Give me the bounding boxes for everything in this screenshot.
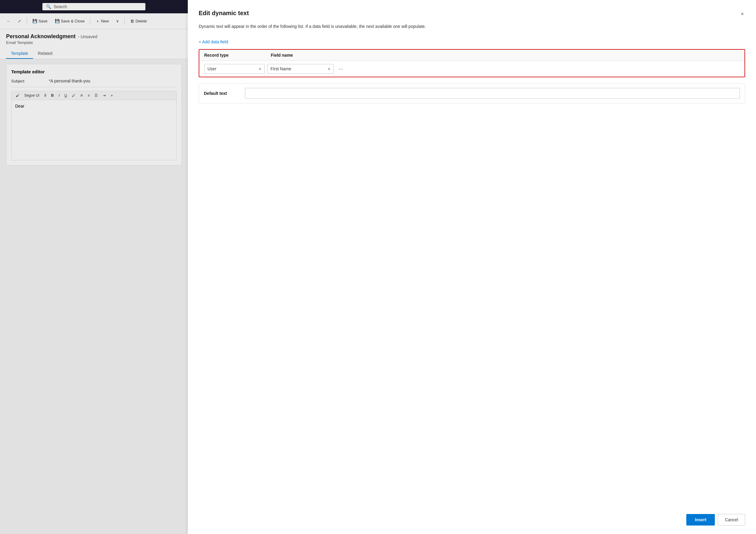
editor-body: Dear	[15, 104, 24, 108]
data-field-row: User ∨ First Name ∨ ···	[199, 61, 744, 77]
modal-title: Edit dynamic text	[199, 10, 249, 17]
delete-button: 🗑 Delete	[127, 17, 150, 25]
default-text-input[interactable]	[245, 88, 740, 99]
record-type-value: User	[207, 66, 217, 71]
paint-icon: 🖌	[14, 93, 21, 98]
editor-title: Template editor	[11, 69, 176, 74]
default-text-label: Default text	[204, 91, 240, 96]
modal-header: Edit dynamic text ×	[199, 10, 745, 18]
list-icon: ☰	[93, 93, 100, 98]
field-name-dropdown[interactable]: First Name ∨	[267, 64, 334, 74]
indent-icon: ⇥	[101, 93, 108, 98]
field-name-value: First Name	[270, 66, 291, 71]
page-status: - Unsaved	[78, 34, 97, 39]
required-star: *	[49, 78, 50, 83]
search-text: Search	[54, 4, 67, 9]
modal-description: Dynamic text will appear in the order of…	[199, 23, 745, 30]
dropdown-button: ∨	[113, 17, 122, 25]
content-area: Template editor Subject * A personal tha…	[0, 59, 188, 534]
modal-footer: Insert Cancel	[199, 507, 745, 525]
font-family: Segoe UI	[22, 93, 41, 98]
close-button[interactable]: ×	[739, 10, 745, 18]
rich-editor: Dear	[11, 100, 176, 160]
search-icon: 🔍	[46, 4, 51, 9]
font-size: 9	[42, 93, 48, 98]
font-color-button: A	[78, 93, 85, 98]
data-field-section: Record type Field name User ∨ First Name…	[199, 49, 745, 77]
save-button: 💾 Save	[29, 17, 51, 25]
subject-row: Subject * A personal thank-you	[11, 78, 176, 87]
modal-panel: Edit dynamic text × Dynamic text will ap…	[188, 0, 756, 534]
page-subtitle: Email Template	[6, 40, 182, 45]
col-field-name: Field name	[271, 53, 293, 58]
editor-card: Template editor Subject * A personal tha…	[6, 64, 182, 165]
record-type-dropdown[interactable]: User ∨	[204, 64, 265, 74]
delete-icon: 🗑	[130, 19, 134, 23]
data-field-header: Record type Field name	[199, 50, 744, 61]
add-data-field-button[interactable]: + Add data field	[199, 37, 745, 47]
background-panel: 🔍 Search ← ⤢ 💾 Save 💾 Save & Close ＋ New…	[0, 0, 188, 534]
more-options-button[interactable]: ···	[336, 65, 346, 73]
highlight-button: 🖊	[70, 93, 77, 98]
search-box: 🔍 Search	[42, 3, 146, 10]
save-close-icon: 💾	[55, 19, 60, 23]
toolbar-divider2	[90, 17, 90, 25]
record-type-chevron: ∨	[259, 67, 261, 71]
page-header: Personal Acknowledgment - Unsaved Email …	[0, 29, 188, 59]
top-bar: 🔍 Search	[0, 0, 188, 13]
toolbar-divider	[27, 17, 27, 25]
new-button: ＋ New	[93, 17, 112, 26]
save-close-button: 💾 Save & Close	[52, 17, 88, 25]
share-button: ⤢	[15, 17, 24, 25]
subject-input: A personal thank-you	[50, 78, 176, 83]
toolbar-divider3	[124, 17, 125, 25]
italic-button: I	[57, 93, 61, 98]
new-icon: ＋	[96, 18, 100, 24]
save-icon: 💾	[32, 19, 37, 23]
insert-button[interactable]: Insert	[686, 514, 715, 525]
underline-button: U	[63, 93, 69, 98]
quote-icon: »	[109, 93, 115, 98]
page-title: Personal Acknowledgment	[6, 33, 75, 40]
toolbar: ← ⤢ 💾 Save 💾 Save & Close ＋ New ∨ 🗑 Dele…	[0, 13, 188, 29]
tab-related: Related	[33, 48, 57, 59]
back-button: ←	[4, 17, 14, 25]
subject-label: Subject	[11, 79, 47, 83]
rich-toolbar: 🖌 Segoe UI 9 B I U 🖊 A ≡ ☰ ⇥ »	[11, 91, 176, 100]
tab-template: Template	[6, 48, 33, 59]
align-left-icon: ≡	[86, 93, 92, 98]
col-record-type: Record type	[204, 53, 271, 58]
page-tabs: Template Related	[6, 48, 182, 59]
cancel-button[interactable]: Cancel	[718, 514, 745, 525]
field-name-chevron: ∨	[328, 67, 331, 71]
bold-button: B	[49, 93, 56, 98]
default-text-section: Default text	[199, 83, 745, 103]
